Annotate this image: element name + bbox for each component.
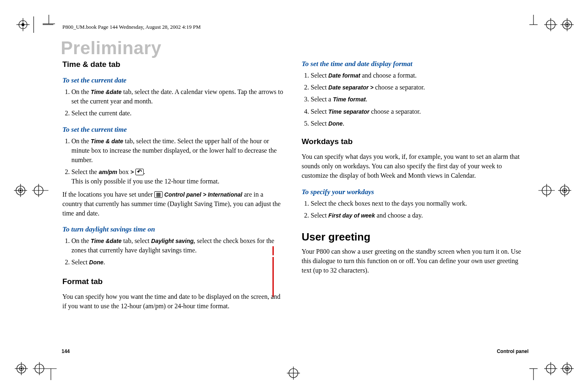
ui-label: Done <box>328 120 343 127</box>
paragraph: You can specify how you want the time an… <box>62 292 284 311</box>
heading-workdays-tab: Workdays tab <box>302 137 524 146</box>
subhead-specify-workdays: To specify your workdays <box>302 188 524 196</box>
text: and choose a format. <box>360 72 417 79</box>
text: On the <box>71 88 91 95</box>
list-item: On the Time &date tab, select the date. … <box>71 87 284 106</box>
text: choose a separator. <box>375 84 425 91</box>
text: If the locations you have set under <box>62 191 154 198</box>
list-item: Select the current date. <box>71 108 284 118</box>
ui-label: Time format <box>333 96 366 103</box>
paragraph: If the locations you have set under Cont… <box>62 190 284 218</box>
subhead-set-current-date: To set the current date <box>62 76 284 85</box>
crop-mark-bottom-mid <box>283 363 304 383</box>
ui-label: Daylight saving, <box>151 238 195 244</box>
crop-mark-top-line <box>43 15 55 27</box>
steps-dst: On the Time &date tab, select Daylight s… <box>62 236 284 267</box>
page-number: 144 <box>62 348 70 354</box>
text: Select <box>311 84 328 91</box>
ui-label: Date separator > <box>328 84 375 91</box>
text: Select <box>311 212 328 219</box>
list-item: Select Time separator choose a separator… <box>311 107 524 116</box>
subhead-set-current-time: To set the current time <box>62 126 284 134</box>
text: Select the <box>71 168 99 175</box>
ui-label: Time separator <box>328 108 369 115</box>
control-panel-icon <box>154 191 163 198</box>
text: Select <box>311 72 328 79</box>
ui-label: Control panel > International <box>163 191 242 198</box>
text: box <box>117 168 130 175</box>
heading-format-tab: Format tab <box>62 277 284 286</box>
text: . <box>103 259 105 266</box>
ui-label: Time & date <box>91 138 123 144</box>
content-frame: P800_UM.book Page 144 Wednesday, August … <box>55 22 531 355</box>
text: On the <box>71 138 91 144</box>
list-item: Select First day of week and choose a da… <box>311 211 524 220</box>
ui-label: am/pm <box>99 169 117 175</box>
list-item: Select the check boxes next to the days … <box>311 199 524 208</box>
crop-mark-right-mid <box>538 181 575 199</box>
steps-specify-workdays: Select the check boxes next to the days … <box>302 199 524 220</box>
list-item: Select the am/pm box > . This is only po… <box>71 167 284 186</box>
paragraph: Your P800 can show a user greeting on th… <box>302 247 524 275</box>
heading-time-date-tab: Time & date tab <box>62 60 284 69</box>
text: . <box>343 120 344 127</box>
list-item: Select Done. <box>71 257 284 267</box>
ui-label: First day of week <box>328 212 375 219</box>
text: Select <box>311 120 328 127</box>
text: tab, select <box>121 237 151 244</box>
running-header: P800_UM.book Page 144 Wednesday, August … <box>62 24 530 30</box>
text: Select <box>71 259 89 266</box>
crop-mark-top-right <box>529 15 575 35</box>
page-root: Preliminary P800_UM.book Page 144 Wednes… <box>0 0 586 392</box>
ui-label: Done <box>89 259 103 266</box>
footer-section: Control panel <box>497 348 529 354</box>
heading-user-greeting: User greeting <box>302 231 524 243</box>
subhead-dst: To turn daylight savings time on <box>62 225 284 234</box>
undo-icon <box>135 169 144 175</box>
left-column: Time & date tab To set the current date … <box>62 42 284 311</box>
list-item: Select a Time format. <box>311 94 524 104</box>
subhead-display-format: To set the time and date display format <box>302 60 524 68</box>
two-column-layout: Time & date tab To set the current date … <box>56 42 530 311</box>
steps-set-current-time: On the Time & date tab, select the time.… <box>62 136 284 186</box>
text: and choose a day. <box>375 212 423 219</box>
steps-set-current-date: On the Time &date tab, select the date. … <box>62 87 284 118</box>
steps-display-format: Select Date format and choose a format. … <box>302 71 524 128</box>
crop-mark-left-mid <box>11 181 48 199</box>
text: Select a <box>311 96 333 103</box>
right-column: To set the time and date display format … <box>302 42 524 311</box>
text: This is only possible if you use the 12-… <box>71 178 219 185</box>
paragraph: You can specify what days you work, if, … <box>302 152 524 181</box>
ui-label: Time &date <box>91 89 121 95</box>
text: On the <box>71 237 91 244</box>
ui-label: Date format <box>328 72 360 79</box>
text: Select <box>311 108 328 115</box>
ui-label: > <box>130 169 135 175</box>
ui-label: Time &date <box>91 238 121 244</box>
text: choose a separator. <box>369 108 421 115</box>
list-item: Select Done. <box>311 119 524 128</box>
list-item: Select Date format and choose a format. <box>311 71 524 80</box>
list-item: On the Time &date tab, select Daylight s… <box>71 236 284 255</box>
crop-mark-bottom-left <box>11 356 57 381</box>
list-item: On the Time & date tab, select the time.… <box>71 136 284 165</box>
crop-mark-bottom-right <box>529 356 575 381</box>
text: . <box>144 168 145 175</box>
list-item: Select Date separator > choose a separat… <box>311 83 524 92</box>
page-footer: 144 Control panel <box>62 348 529 354</box>
text: . <box>366 96 367 103</box>
